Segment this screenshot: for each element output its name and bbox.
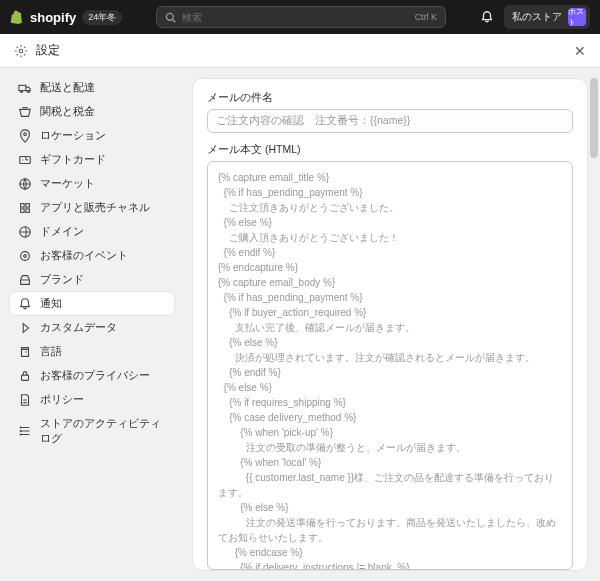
sidebar-item-label: ストアのアクティビティログ	[40, 416, 166, 446]
settings-header: 設定 ✕	[0, 34, 600, 68]
sidebar-item[interactable]: カスタムデータ	[10, 316, 174, 339]
sidebar-item-label: ブランド	[40, 272, 84, 287]
sidebar-item[interactable]: 言語	[10, 340, 174, 363]
search-shortcut: Ctrl K	[415, 12, 438, 22]
settings-title: 設定	[36, 42, 60, 59]
sidebar-item[interactable]: お客様のイベント	[10, 244, 174, 267]
gear-icon	[14, 44, 28, 58]
brand-text: shopify	[30, 10, 76, 25]
settings-title-wrap: 設定	[14, 42, 60, 59]
sidebar-item-icon	[18, 424, 32, 438]
svg-rect-7	[20, 156, 31, 163]
sidebar-item[interactable]: ドメイン	[10, 220, 174, 243]
sidebar-item-label: ロケーション	[40, 128, 106, 143]
subject-label: メールの件名	[207, 91, 573, 105]
sidebar-item-icon	[18, 273, 32, 287]
sidebar-item[interactable]: お客様のプライバシー	[10, 364, 174, 387]
search-box[interactable]: Ctrl K	[156, 6, 446, 28]
sidebar-item-icon	[18, 201, 32, 215]
sidebar-item-icon	[18, 129, 32, 143]
sidebar-item-icon	[18, 177, 32, 191]
svg-point-14	[21, 251, 30, 260]
svg-rect-3	[19, 85, 26, 90]
sidebar-item-icon	[18, 225, 32, 239]
shopify-logo-icon	[10, 10, 24, 24]
sidebar-item[interactable]: 配送と配達	[10, 76, 174, 99]
svg-rect-9	[21, 203, 25, 207]
store-menu[interactable]: 私のストア ホスト	[504, 5, 590, 29]
content: 配送と配達関税と税金ロケーションギフトカードマーケットアプリと販売チャネルドメイ…	[0, 68, 600, 581]
sidebar-item[interactable]: ストアのアクティビティログ	[10, 412, 174, 450]
sidebar-item-icon	[18, 249, 32, 263]
sidebar-item-label: カスタムデータ	[40, 320, 117, 335]
sidebar-item-icon	[18, 369, 32, 383]
svg-point-0	[167, 13, 174, 20]
svg-line-1	[173, 19, 176, 22]
sidebar-item-label: ドメイン	[40, 224, 84, 239]
svg-point-15	[24, 254, 27, 257]
svg-point-6	[24, 132, 27, 135]
svg-point-2	[19, 49, 23, 53]
bell-icon[interactable]	[480, 10, 494, 24]
sidebar-item[interactable]: ロケーション	[10, 124, 174, 147]
scrollbar-thumb[interactable]	[590, 78, 598, 158]
email-editor-card: メールの件名 メール本文 (HTML) {% capture email_tit…	[192, 78, 588, 571]
svg-point-4	[20, 90, 22, 92]
sidebar-item-label: 通知	[40, 296, 62, 311]
sidebar-item-icon	[18, 321, 32, 335]
close-icon[interactable]: ✕	[574, 43, 586, 59]
sidebar-item[interactable]: ポリシー	[10, 388, 174, 411]
svg-rect-12	[26, 208, 30, 212]
svg-rect-11	[21, 208, 25, 212]
sidebar-item-label: お客様のイベント	[40, 248, 128, 263]
sidebar-item-label: ギフトカード	[40, 152, 106, 167]
sidebar-item[interactable]: 関税と税金	[10, 100, 174, 123]
body-label: メール本文 (HTML)	[207, 143, 573, 157]
subject-input[interactable]	[207, 109, 573, 133]
search-icon	[165, 12, 176, 23]
sidebar-item[interactable]: ブランド	[10, 268, 174, 291]
season-badge: 24年冬	[82, 10, 122, 25]
svg-point-19	[20, 434, 21, 435]
avatar: ホスト	[568, 8, 586, 26]
sidebar-item-label: アプリと販売チャネル	[40, 200, 150, 215]
sidebar-item-label: マーケット	[40, 176, 95, 191]
svg-point-18	[20, 431, 21, 432]
sidebar-item-label: 配送と配達	[40, 80, 95, 95]
sidebar-item-label: お客様のプライバシー	[40, 368, 150, 383]
sidebar-item[interactable]: マーケット	[10, 172, 174, 195]
sidebar-item-icon	[18, 297, 32, 311]
sidebar-item[interactable]: 通知	[10, 292, 174, 315]
topbar: shopify 24年冬 Ctrl K 私のストア ホスト	[0, 0, 600, 34]
sidebar-item-label: 言語	[40, 344, 62, 359]
sidebar-item-icon	[18, 81, 32, 95]
search-wrap: Ctrl K	[130, 6, 472, 28]
svg-rect-10	[26, 203, 30, 207]
sidebar-item[interactable]: ギフトカード	[10, 148, 174, 171]
sidebar-item-label: 関税と税金	[40, 104, 95, 119]
main-panel: メールの件名 メール本文 (HTML) {% capture email_tit…	[184, 68, 600, 581]
sidebar-item-icon	[18, 105, 32, 119]
svg-point-17	[20, 427, 21, 428]
sidebar-item-label: ポリシー	[40, 392, 84, 407]
svg-rect-16	[22, 375, 29, 380]
sidebar-item-icon	[18, 345, 32, 359]
top-right: 私のストア ホスト	[480, 5, 590, 29]
settings-sidebar: 配送と配達関税と税金ロケーションギフトカードマーケットアプリと販売チャネルドメイ…	[0, 68, 184, 581]
sidebar-item[interactable]: アプリと販売チャネル	[10, 196, 174, 219]
sidebar-item-icon	[18, 393, 32, 407]
store-label: 私のストア	[512, 10, 562, 24]
logo-wrap[interactable]: shopify 24年冬	[10, 10, 122, 25]
search-input[interactable]	[182, 12, 409, 23]
svg-point-5	[27, 90, 29, 92]
body-code-area[interactable]: {% capture email_title %} {% if has_pend…	[207, 161, 573, 570]
sidebar-item-icon	[18, 153, 32, 167]
